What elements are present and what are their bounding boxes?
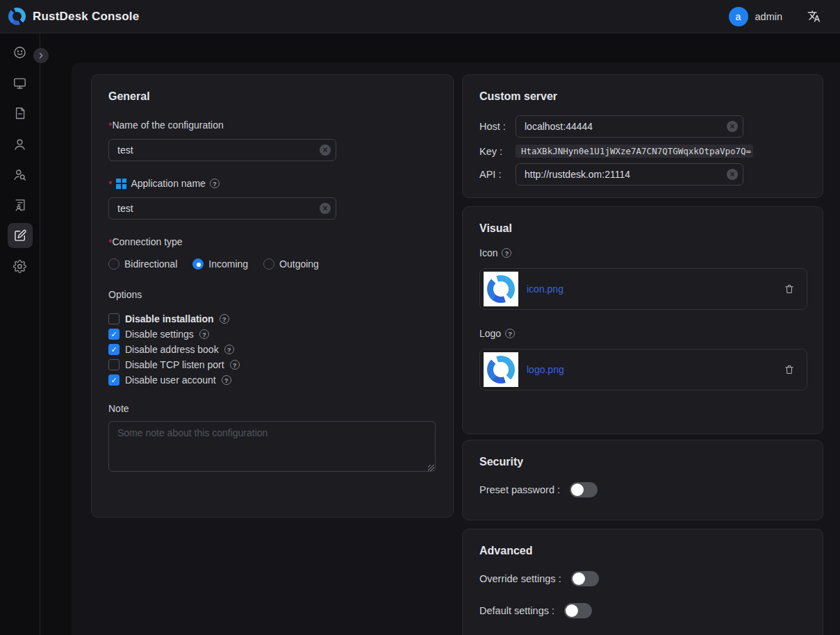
security-title: Security (479, 456, 806, 468)
radio-circle (263, 258, 274, 270)
preset-password-row: Preset password : (479, 482, 806, 497)
options-label: Options (108, 289, 142, 300)
sidebar (0, 33, 40, 635)
sidebar-item-groups[interactable] (5, 159, 35, 190)
config-name-label: Name of the configuration (108, 119, 224, 131)
checkbox[interactable] (108, 374, 120, 386)
radio-outgoing[interactable]: Outgoing (263, 258, 319, 270)
visual-card: Visual Icon ? icon.png Logo ? (462, 206, 823, 434)
radio-circle (192, 258, 204, 270)
general-card: General Name of the configuration × Appl… (91, 74, 454, 518)
icon-help-icon[interactable]: ? (502, 248, 511, 258)
checkbox[interactable] (108, 359, 120, 370)
option-disable-user-account[interactable]: Disable user account ? (108, 372, 436, 388)
checkbox[interactable] (108, 313, 120, 324)
option-help-icon[interactable]: ? (224, 345, 234, 354)
preset-password-toggle[interactable] (570, 482, 598, 497)
option-disable-settings[interactable]: Disable settings ? (108, 327, 436, 342)
option-help-icon[interactable]: ? (222, 375, 231, 385)
option-label: Disable settings (125, 329, 194, 340)
delete-logo-trash-icon[interactable] (784, 364, 795, 375)
checkbox[interactable] (108, 344, 120, 355)
logo-preview-image (484, 352, 518, 387)
note-textarea[interactable] (108, 421, 436, 472)
resize-handle[interactable] (428, 465, 434, 471)
delete-icon-trash-icon[interactable] (784, 283, 795, 295)
topbar-right: a admin (729, 7, 821, 26)
advanced-card: Advanced Override settings : Default set… (462, 529, 823, 635)
icon-file-link[interactable]: icon.png (527, 283, 563, 295)
override-settings-label: Override settings : (479, 573, 561, 584)
host-row: Host : × (479, 115, 806, 138)
default-settings-toggle[interactable] (564, 603, 592, 618)
option-disable-address-book[interactable]: Disable address book ? (108, 342, 436, 357)
sidebar-expand-button[interactable] (33, 48, 49, 63)
clear-api-icon[interactable]: × (727, 169, 738, 180)
checkbox[interactable] (108, 329, 120, 340)
app-name-input[interactable] (108, 197, 336, 220)
username[interactable]: admin (755, 11, 783, 22)
override-settings-toggle[interactable] (571, 571, 599, 586)
radio-outgoing-label: Outgoing (279, 258, 319, 270)
sidebar-item-custom-clients[interactable] (5, 220, 35, 251)
custom-server-card: Custom server Host : × Key : HtaXBkJNHyn… (462, 74, 823, 198)
app-name-help-icon[interactable]: ? (210, 179, 220, 188)
avatar[interactable]: a (729, 7, 748, 26)
option-label: Disable user account (125, 374, 216, 386)
radio-incoming-label: Incoming (208, 258, 248, 270)
options-group: Options Disable installation ? Disable s… (108, 289, 436, 388)
config-name-input[interactable] (108, 139, 336, 161)
sidebar-item-strategies[interactable] (5, 190, 35, 220)
connection-type-label: Connection type (108, 236, 183, 247)
radio-incoming[interactable]: Incoming (192, 258, 248, 270)
clear-host-icon[interactable]: × (727, 121, 738, 132)
gear-icon (13, 259, 27, 274)
key-row: Key : HtaXBkJNHyn0e1U1jWXze7A7CN7QTGWqxk… (479, 145, 806, 158)
general-card-title: General (108, 90, 436, 103)
default-settings-label: Default settings : (479, 605, 554, 616)
option-help-icon[interactable]: ? (199, 329, 209, 339)
visual-title: Visual (479, 222, 806, 235)
key-value: HtaXBkJNHyn0e1U1jWXze7A7CN7QTGWqxkOtpaVp… (516, 145, 753, 158)
custom-server-title: Custom server (479, 90, 806, 103)
sidebar-item-devices[interactable] (5, 67, 35, 98)
clear-config-name-icon[interactable]: × (320, 145, 331, 156)
translate-icon[interactable] (807, 10, 821, 23)
api-input[interactable] (516, 163, 743, 185)
advanced-title: Advanced (479, 545, 806, 557)
host-input[interactable] (516, 115, 743, 138)
app-name-field-group: Application name ? × (108, 178, 436, 220)
icon-preview-image (484, 272, 518, 306)
logo-file-link[interactable]: logo.png (527, 364, 564, 375)
icon-upload-box: icon.png (479, 268, 807, 310)
radio-bidirectional[interactable]: Bidirectional (108, 258, 177, 270)
windows-icon (116, 179, 126, 189)
option-help-icon[interactable]: ? (220, 314, 229, 324)
option-disable-tcp-listen-port[interactable]: Disable TCP listen port ? (108, 357, 436, 372)
default-settings-row: Default settings : (479, 603, 806, 618)
radio-circle (108, 258, 120, 270)
option-label: Disable TCP listen port (125, 359, 224, 370)
key-label: Key : (479, 146, 516, 157)
topbar: RustDesk Console a admin (0, 0, 840, 33)
app-title: RustDesk Console (33, 10, 139, 24)
key-text: HtaXBkJNHyn0e1U1jWXze7A7CN7QTGWqxkOtpaVp… (521, 146, 751, 156)
api-row: API : × (479, 163, 806, 185)
option-help-icon[interactable]: ? (230, 360, 240, 370)
clear-app-name-icon[interactable]: × (320, 203, 331, 214)
connection-type-group: Connection type Bidirectional Incoming (108, 236, 436, 270)
radio-bidirectional-label: Bidirectional (124, 258, 177, 270)
preset-password-label: Preset password : (479, 484, 560, 495)
sidebar-item-dashboard[interactable] (5, 37, 35, 67)
monitor-icon (13, 76, 27, 90)
option-label: Disable installation (125, 313, 214, 324)
chevron-right-icon (37, 51, 45, 60)
option-disable-installation[interactable]: Disable installation ? (108, 311, 436, 327)
smiley-icon (13, 45, 27, 60)
logo-help-icon[interactable]: ? (505, 329, 515, 338)
sidebar-item-audit[interactable] (5, 98, 35, 129)
api-label: API : (479, 169, 516, 180)
host-label: Host : (479, 121, 516, 132)
sidebar-item-settings[interactable] (5, 251, 35, 281)
sidebar-item-users[interactable] (5, 129, 35, 159)
